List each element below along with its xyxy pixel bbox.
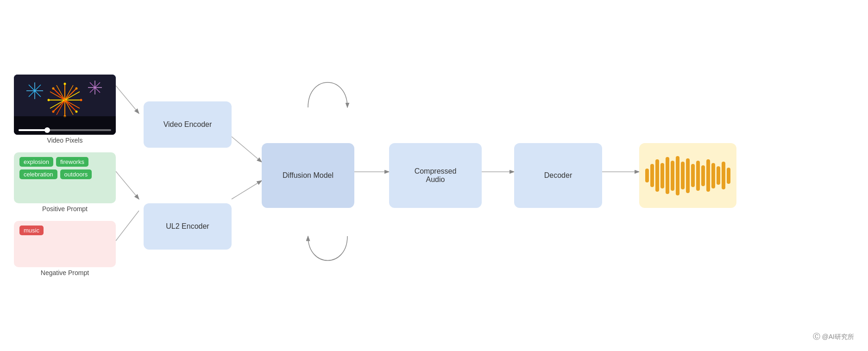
svg-point-26 (64, 83, 66, 85)
waveform-box: Audio Waveform (639, 143, 736, 208)
wbar-2 (650, 164, 654, 187)
diffusion-model-label: Diffusion Model (283, 171, 333, 180)
ul2-encoder-label: UL2 Encoder (166, 222, 209, 231)
watermark: Ⓒ @AI研究所 (813, 332, 854, 342)
fireworks-illustration (14, 75, 116, 135)
svg-point-27 (75, 88, 78, 90)
video-pixels-label: Video Pixels (47, 137, 83, 144)
decoder-box: Decoder (514, 143, 602, 208)
decoder-label: Decoder (544, 171, 572, 180)
wbar-9 (686, 158, 690, 193)
tag-outdoors: outdoors (60, 169, 92, 179)
svg-line-1 (116, 86, 139, 113)
svg-point-29 (75, 111, 78, 113)
negative-prompt-label: Negative Prompt (41, 269, 89, 276)
svg-point-31 (52, 111, 55, 113)
diffusion-model-box: Diffusion Model (262, 143, 354, 208)
svg-point-28 (80, 99, 82, 101)
input-column: Video Pixels explosion fireworks celebra… (14, 75, 116, 276)
video-encoder-box: Video Encoder (144, 101, 232, 148)
waveform-bars (645, 155, 730, 196)
positive-prompt-wrapper: explosion fireworks celebration outdoors… (14, 152, 116, 213)
positive-prompt-label: Positive Prompt (42, 205, 88, 213)
video-encoder-label: Video Encoder (164, 120, 212, 129)
tag-fireworks: fireworks (56, 157, 88, 167)
wbar-17 (727, 168, 730, 184)
ul2-encoder-box: UL2 Encoder (144, 203, 232, 250)
watermark-text: @AI研究所 (822, 333, 854, 340)
compressed-audio-box: CompressedAudio (389, 143, 482, 208)
encoder-column: Video Encoder UL2 Encoder (144, 101, 232, 250)
video-panel-wrapper: Video Pixels (14, 75, 116, 144)
wbar-11 (696, 161, 700, 191)
tag-celebration: celebration (19, 169, 57, 179)
wbar-6 (671, 161, 674, 191)
svg-rect-50 (14, 116, 116, 135)
video-progress-handle (44, 127, 50, 133)
svg-point-33 (52, 88, 55, 90)
svg-line-5 (232, 181, 262, 199)
svg-line-3 (116, 211, 139, 241)
diagram-container: Video Pixels explosion fireworks celebra… (0, 0, 868, 351)
tag-music: music (19, 226, 44, 235)
wbar-14 (711, 163, 715, 188)
svg-line-2 (116, 171, 139, 199)
wbar-10 (691, 164, 695, 187)
wbar-12 (701, 165, 705, 186)
negative-prompt-wrapper: music Negative Prompt (14, 221, 116, 276)
wbar-8 (681, 162, 685, 189)
svg-point-32 (48, 99, 50, 101)
wbar-5 (666, 157, 669, 194)
wbar-3 (655, 159, 659, 192)
wbar-16 (722, 162, 725, 189)
tag-explosion: explosion (19, 157, 53, 167)
svg-line-4 (232, 137, 262, 162)
wbar-15 (717, 166, 720, 185)
wbar-1 (645, 169, 649, 182)
wbar-7 (676, 156, 679, 195)
video-progress-bar (19, 129, 111, 131)
compressed-audio-label: CompressedAudio (415, 167, 457, 184)
video-progress-fill (19, 129, 46, 131)
positive-prompt-panel: explosion fireworks celebration outdoors (14, 152, 116, 203)
video-panel (14, 75, 116, 135)
negative-prompt-panel: music (14, 221, 116, 267)
wbar-4 (660, 163, 664, 188)
watermark-icon: Ⓒ (813, 332, 820, 340)
wbar-13 (706, 159, 710, 192)
